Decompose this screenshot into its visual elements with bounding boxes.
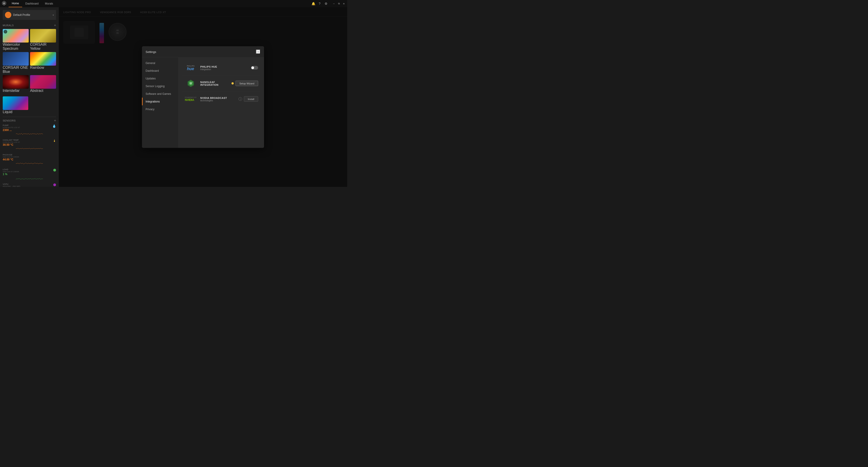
nvidia-info-icon[interactable]: i bbox=[239, 97, 242, 101]
sensor-coolant-value: 30.50 °C bbox=[3, 143, 52, 146]
philips-hue-info: PHILIPS HUE Integration bbox=[200, 65, 248, 70]
nvidia-controls: i Install bbox=[239, 96, 258, 102]
sensor-package-graph bbox=[3, 161, 56, 165]
nanoleaf-setup-button[interactable]: Setup Wizard bbox=[236, 81, 258, 86]
settings-nav-integrations[interactable]: Integrations bbox=[142, 98, 178, 106]
sensors-section-title: Sensors bbox=[3, 119, 16, 122]
sensor-load-device: Intel Core i9 13900K bbox=[3, 171, 53, 173]
settings-close-button[interactable]: × bbox=[256, 50, 260, 54]
settings-nav: General Dashboard Updates Sensor Logging… bbox=[142, 57, 178, 148]
profile-bar[interactable]: Default Profile ▾ bbox=[3, 10, 56, 20]
settings-nav-software-games[interactable]: Software and Games bbox=[142, 90, 178, 98]
sensor-coolant: Coolant Temp H150I ELITE LCD XT 30.50 °C… bbox=[3, 139, 56, 151]
sensor-vcpu: VCPU ASUSTeK ...ING WIFI 1.31 V ⬤ bbox=[3, 183, 56, 187]
integration-nvidia: POWERED BY NVIDIA NVIDIA Broadcast techn… bbox=[182, 91, 260, 107]
settings-nav-general[interactable]: General bbox=[142, 59, 178, 67]
mural-wrapper-0: ✓ Watercolor Spectrum bbox=[3, 29, 29, 51]
philips-hue-name: PHILIPS HUE bbox=[200, 65, 248, 68]
sensor-pump: Pump H150I ELITE LCD XT 2300 ... 💧 bbox=[3, 124, 56, 137]
murals-grid: ✓ Watercolor Spectrum CORSAIR Yellow COR… bbox=[3, 29, 56, 93]
mural-label-1: CORSAIR Yellow bbox=[30, 42, 46, 51]
mural-wrapper-4: Interstellar bbox=[3, 75, 29, 93]
nanoleaf-controls: Setup Wizard bbox=[231, 81, 258, 86]
nanoleaf-info: Nanoleaf Integration bbox=[200, 81, 229, 86]
sensor-load: Load Intel Core i9 13900K 1 % ⬤ bbox=[3, 168, 56, 181]
maximize-button[interactable]: ⧉ bbox=[337, 2, 340, 5]
sensor-pump-value: 2300 ... bbox=[3, 128, 51, 132]
load-icon: ⬤ bbox=[53, 168, 56, 172]
mural-check-0: ✓ bbox=[4, 30, 7, 33]
corsair-logo bbox=[2, 1, 6, 6]
content-area: LIGHTING NODE PRO VENGEANCE RGB DDR5 H15… bbox=[59, 7, 347, 187]
bell-icon[interactable]: 🔔 bbox=[311, 2, 315, 5]
titlebar-actions: 🔔 ? ⚙ ─ ⧉ ✕ bbox=[311, 2, 345, 5]
nvidia-name: NVIDIA Broadcast bbox=[200, 96, 236, 99]
murals-add-button[interactable]: + bbox=[54, 24, 56, 27]
mural-item-1[interactable] bbox=[30, 29, 56, 42]
mural-item-5[interactable] bbox=[30, 75, 56, 89]
sensor-package: Package Intel Core i9 13900K 44.00 °C bbox=[3, 154, 56, 166]
settings-modal-body: General Dashboard Updates Sensor Logging… bbox=[142, 57, 264, 148]
help-icon[interactable]: ? bbox=[318, 2, 321, 5]
main-layout: Default Profile ▾ Murals + ✓ Watercolor … bbox=[0, 7, 347, 187]
mural-wrapper-5: Abstract bbox=[30, 75, 56, 93]
integration-philips-hue: PHILIPS hue PHILIPS HUE Integration bbox=[182, 60, 260, 76]
profile-icon bbox=[5, 12, 11, 18]
nav-dashboard[interactable]: Dashboard bbox=[22, 0, 42, 7]
divider-sensors bbox=[3, 117, 56, 117]
mural-wrapper-2: CORSAIR ONE Blue bbox=[3, 52, 29, 74]
nvidia-powered-text: POWERED BY bbox=[185, 97, 197, 98]
philips-hue-toggle[interactable] bbox=[251, 66, 258, 70]
hue-brand-text: hue bbox=[187, 66, 194, 70]
titlebar-nav: Home Dashboard Murals bbox=[8, 0, 56, 7]
minimize-button[interactable]: ─ bbox=[332, 2, 336, 5]
sensor-pump-device: H150I ELITE LCD XT bbox=[3, 126, 51, 128]
settings-icon[interactable]: ⚙ bbox=[324, 2, 328, 5]
sensor-load-graph bbox=[3, 176, 56, 180]
mural-item-0[interactable]: ✓ bbox=[3, 29, 29, 42]
mural-wrapper-1: CORSAIR Yellow bbox=[30, 29, 56, 51]
murals-section-header: Murals + bbox=[3, 24, 56, 27]
sensor-coolant-label: Coolant Temp bbox=[3, 139, 52, 141]
settings-modal: Settings × General Dashboard Updates Sen… bbox=[142, 47, 264, 148]
murals-section-title: Murals bbox=[3, 24, 14, 27]
mural-label-2: CORSAIR ONE Blue bbox=[3, 66, 28, 74]
svg-marker-1 bbox=[3, 2, 5, 4]
sensor-vcpu-label: VCPU bbox=[3, 183, 53, 185]
nvidia-info: NVIDIA Broadcast technologies bbox=[200, 96, 236, 101]
sensors-section-header: Sensors + bbox=[3, 119, 56, 122]
sensor-load-label: Load bbox=[3, 168, 53, 171]
settings-modal-title: Settings bbox=[146, 50, 156, 53]
sensor-package-device: Intel Core i9 13900K bbox=[3, 156, 56, 158]
coolant-icon: 🌡 bbox=[53, 139, 56, 143]
philips-hue-logo: PHILIPS hue bbox=[184, 63, 197, 72]
settings-nav-updates[interactable]: Updates bbox=[142, 75, 178, 82]
close-button[interactable]: ✕ bbox=[342, 2, 345, 5]
mural-item-2[interactable] bbox=[3, 52, 29, 66]
integration-nanoleaf: Nanoleaf Integration Setup Wizard bbox=[182, 76, 260, 91]
mural-item-4[interactable] bbox=[3, 75, 29, 89]
sidebar: Default Profile ▾ Murals + ✓ Watercolor … bbox=[0, 7, 59, 187]
nav-murals[interactable]: Murals bbox=[42, 0, 56, 7]
nvidia-logo: POWERED BY NVIDIA bbox=[184, 94, 197, 104]
nav-home[interactable]: Home bbox=[8, 0, 22, 7]
nvidia-sub: technologies bbox=[200, 99, 236, 101]
mural-wrapper-6: Liquid bbox=[3, 96, 56, 114]
philips-hue-controls bbox=[251, 66, 258, 70]
nvidia-install-button[interactable]: Install bbox=[244, 96, 258, 102]
philips-hue-sub: Integration bbox=[200, 68, 248, 70]
settings-modal-header: Settings × bbox=[142, 47, 264, 57]
nvidia-brand-text: NVIDIA bbox=[185, 98, 194, 101]
sensor-coolant-graph bbox=[3, 146, 56, 150]
settings-nav-sensor-logging[interactable]: Sensor Logging bbox=[142, 82, 178, 90]
mural-item-3[interactable] bbox=[30, 52, 56, 66]
window-controls: ─ ⧉ ✕ bbox=[332, 2, 345, 5]
settings-nav-dashboard[interactable]: Dashboard bbox=[142, 67, 178, 75]
settings-nav-privacy[interactable]: Privacy bbox=[142, 106, 178, 113]
mural-item-6[interactable] bbox=[3, 96, 28, 110]
sensors-add-button[interactable]: + bbox=[54, 119, 56, 122]
profile-name: Default Profile bbox=[13, 13, 53, 17]
sensor-coolant-device: H150I ELITE LCD XT bbox=[3, 141, 52, 143]
profile-chevron-icon: ▾ bbox=[53, 14, 54, 16]
nanoleaf-name: Nanoleaf Integration bbox=[200, 81, 229, 86]
